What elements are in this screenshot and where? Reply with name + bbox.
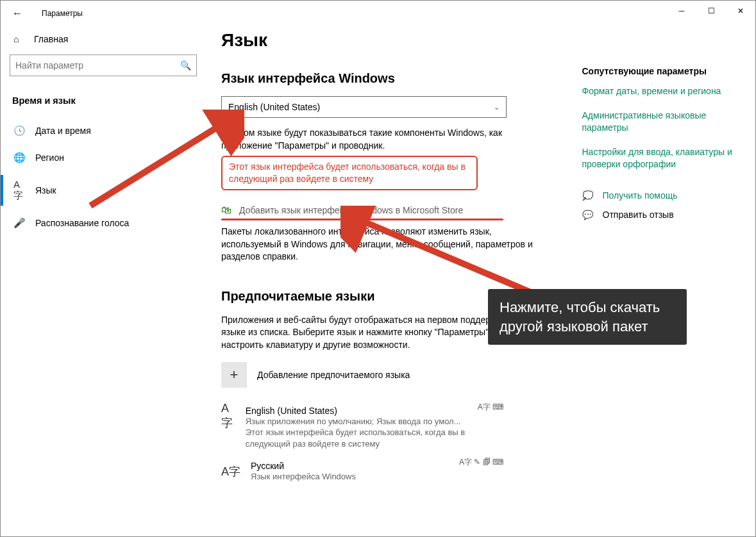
content-area: Язык Язык интерфейса Windows English (Un… — [206, 26, 755, 536]
page-title: Язык — [221, 30, 740, 51]
section-display-language-heading: Язык интерфейса Windows — [221, 71, 544, 86]
store-icon: 🛍 — [221, 204, 231, 216]
help-icon: 💭 — [582, 190, 594, 201]
add-preferred-language[interactable]: + Добавление предпочитаемого языка — [221, 362, 544, 388]
language-glyph-icon: A字 — [221, 407, 235, 426]
annotation-callout: Нажмите, чтобы скачать другой языковой п… — [488, 289, 687, 345]
microphone-icon: 🎤 — [13, 217, 25, 229]
language-item-russian[interactable]: A字 Русский Язык интерфейса Windows A字 ✎ … — [221, 457, 503, 490]
sidebar: ⌂ Главная 🔍 Время и язык 🕓 Дата и время … — [1, 26, 206, 536]
search-icon: 🔍 — [180, 60, 191, 70]
search-box[interactable]: 🔍 — [10, 54, 197, 76]
language-icon: A字 — [13, 179, 25, 202]
sidebar-home-label: Главная — [34, 34, 68, 44]
sidebar-item-label: Дата и время — [35, 126, 91, 136]
sidebar-home[interactable]: ⌂ Главная — [8, 26, 198, 54]
dropdown-value: English (United States) — [228, 102, 320, 112]
titlebar: ← Параметры ─ ☐ ✕ — [1, 1, 755, 26]
window-controls: ─ ☐ ✕ — [667, 1, 755, 21]
sidebar-item-speech[interactable]: 🎤 Распознавание голоса — [8, 210, 198, 236]
add-language-store-link[interactable]: 🛍 Добавить язык интерфейса Windows в Mic… — [221, 201, 544, 217]
language-name: English (United States) — [246, 406, 503, 416]
give-feedback-link[interactable]: 💬 Отправить отзыв — [582, 210, 741, 220]
related-link-input-settings[interactable]: Настройки для ввода, клавиатуры и провер… — [582, 146, 741, 171]
feedback-icon: 💬 — [582, 210, 594, 220]
related-link-admin-language[interactable]: Административные языковые параметры — [582, 110, 741, 135]
settings-window: ← Параметры ─ ☐ ✕ ⌂ Главная 🔍 Время и яз… — [0, 0, 756, 537]
maximize-button[interactable]: ☐ — [696, 1, 726, 21]
sidebar-item-region[interactable]: 🌐 Регион — [8, 144, 198, 171]
language-pack-description: Пакеты локализованного интерфейса позвол… — [221, 226, 544, 263]
get-help-link[interactable]: 💭 Получить помощь — [582, 190, 741, 201]
language-glyph-icon: A字 — [221, 462, 240, 481]
close-button[interactable]: ✕ — [726, 1, 755, 21]
main-column: Язык интерфейса Windows English (United … — [221, 66, 544, 490]
window-title: Параметры — [42, 9, 83, 18]
related-column: Сопутствующие параметры Формат даты, вре… — [582, 66, 741, 490]
minimize-button[interactable]: ─ — [667, 1, 696, 21]
clock-icon: 🕓 — [13, 125, 25, 136]
language-item-english[interactable]: A字 English (United States) Язык приложен… — [221, 402, 503, 458]
display-language-dropdown[interactable]: English (United States) ⌄ — [221, 96, 507, 118]
sidebar-item-label: Регион — [35, 153, 64, 163]
related-link-date-format[interactable]: Формат даты, времени и региона — [582, 85, 741, 98]
get-help-label: Получить помощь — [603, 190, 678, 201]
display-language-description: На этом языке будут показываться такие к… — [221, 127, 544, 152]
give-feedback-label: Отправить отзыв — [603, 210, 674, 220]
signin-notice-highlight: Этот язык интерфейса будет использоватьс… — [221, 156, 478, 190]
sidebar-item-label: Язык — [35, 185, 56, 195]
related-heading: Сопутствующие параметры — [582, 66, 741, 76]
language-subtitle: Язык интерфейса Windows — [251, 471, 356, 483]
home-icon: ⌂ — [13, 34, 25, 44]
chevron-down-icon: ⌄ — [494, 103, 500, 112]
sidebar-item-language[interactable]: A字 Язык — [8, 171, 198, 210]
sidebar-item-datetime[interactable]: 🕓 Дата и время — [8, 117, 198, 144]
plus-icon: + — [221, 362, 247, 388]
globe-icon: 🌐 — [13, 152, 25, 163]
annotation-underline — [221, 219, 503, 220]
sidebar-item-label: Распознавание голоса — [35, 218, 129, 228]
language-feature-badges: A字 ⌨ — [478, 402, 503, 413]
language-feature-badges: A字 ✎ 🗐 ⌨ — [459, 457, 503, 468]
store-link-label: Добавить язык интерфейса Windows в Micro… — [239, 205, 463, 215]
search-input[interactable] — [15, 60, 180, 70]
sidebar-category: Время и язык — [8, 89, 198, 117]
add-language-label: Добавление предпочитаемого языка — [257, 370, 410, 380]
back-button[interactable]: ← — [8, 8, 26, 19]
language-name: Русский — [251, 461, 356, 471]
language-subtitle: Язык приложения по умолчанию; Язык ввода… — [246, 416, 503, 450]
